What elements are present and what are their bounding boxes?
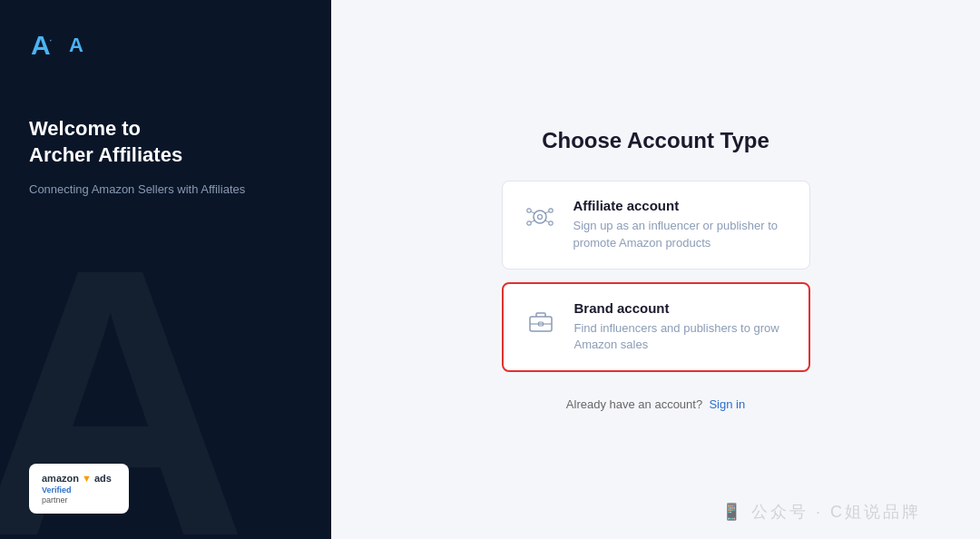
- svg-text:·: ·: [49, 33, 53, 46]
- amazon-ads-text: amazon ▼ ads: [42, 473, 112, 484]
- signin-prompt: Already have an account?: [566, 397, 702, 411]
- subtitle-text: Connecting Amazon Sellers with Affiliate…: [29, 181, 302, 199]
- brand-icon: [522, 300, 560, 338]
- watermark-overlay: 📱 公众号 · C姐说品牌: [662, 501, 980, 523]
- account-type-cards: Affiliate account Sign up as an influenc…: [502, 181, 810, 372]
- svg-text:A: A: [31, 30, 51, 60]
- svg-line-9: [544, 211, 549, 213]
- wechat-watermark-text: 📱 公众号 · C姐说品牌: [721, 501, 921, 523]
- brand-account-card[interactable]: Brand account Find influencers and publi…: [502, 282, 810, 373]
- logo-area: A · A: [29, 29, 302, 62]
- svg-line-8: [531, 211, 535, 213]
- svg-point-3: [537, 214, 542, 219]
- affiliate-account-card[interactable]: Affiliate account Sign up as an influenc…: [502, 181, 810, 270]
- affiliate-card-desc: Sign up as an influencer or publisher to…: [573, 218, 791, 252]
- signin-row: Already have an account? Sign in: [566, 397, 745, 411]
- brand-card-desc: Find influencers and publishers to grow …: [574, 320, 790, 355]
- brand-card-title: Brand account: [574, 300, 790, 316]
- svg-point-5: [548, 209, 552, 212]
- affiliate-card-content: Affiliate account Sign up as an influenc…: [573, 198, 791, 252]
- affiliate-icon: [521, 198, 559, 236]
- svg-line-11: [544, 220, 549, 222]
- svg-point-4: [526, 209, 530, 212]
- logo-text: A: [69, 34, 83, 57]
- verified-text: Verified: [42, 485, 72, 495]
- signin-link[interactable]: Sign in: [709, 397, 745, 411]
- svg-point-6: [526, 221, 530, 225]
- svg-point-7: [548, 221, 552, 225]
- amazon-ads-badge: amazon ▼ ads Verified partner: [29, 464, 129, 514]
- brand-card-content: Brand account Find influencers and publi…: [574, 300, 790, 355]
- affiliate-card-title: Affiliate account: [573, 198, 791, 213]
- right-panel: Choose Account Type: [331, 0, 980, 539]
- svg-line-10: [531, 220, 535, 222]
- archer-logo-icon: A ·: [29, 29, 62, 62]
- left-panel: A · A Welcome to Archer Affiliates Conne…: [0, 0, 331, 539]
- page-title: Choose Account Type: [542, 128, 769, 153]
- svg-point-2: [534, 211, 546, 223]
- welcome-heading: Welcome to Archer Affiliates Connecting …: [29, 116, 302, 199]
- partner-text: partner: [42, 495, 68, 505]
- welcome-text: Welcome to Archer Affiliates: [29, 116, 302, 168]
